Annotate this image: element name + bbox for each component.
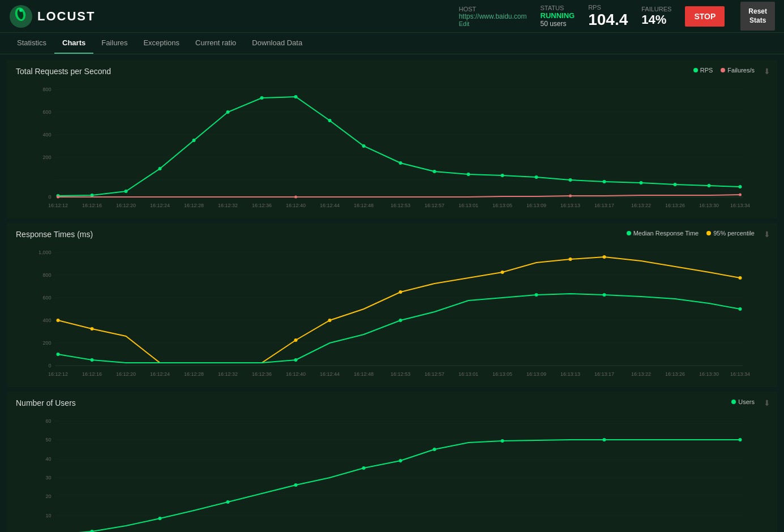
- svg-point-57: [57, 196, 59, 199]
- host-block: HOST https://www.baidu.com Edit: [459, 6, 526, 27]
- users-chart-title: Number of Users: [16, 398, 768, 407]
- svg-text:10: 10: [45, 513, 51, 518]
- svg-point-48: [467, 173, 470, 176]
- nav-statistics[interactable]: Statistics: [9, 33, 54, 54]
- svg-point-45: [362, 144, 366, 148]
- svg-point-98: [399, 290, 402, 294]
- users-download-icon[interactable]: ⬇: [764, 398, 770, 407]
- svg-point-102: [739, 276, 742, 280]
- svg-point-150: [362, 466, 366, 470]
- rps-value: 104.4: [588, 11, 628, 29]
- svg-text:800: 800: [42, 87, 51, 92]
- rps-label: RPS: [588, 4, 628, 11]
- svg-text:16:12:48: 16:12:48: [354, 203, 374, 208]
- svg-point-146: [91, 530, 94, 532]
- svg-text:16:13:01: 16:13:01: [459, 371, 478, 377]
- svg-point-97: [328, 319, 332, 322]
- svg-point-151: [399, 459, 402, 462]
- svg-text:16:13:22: 16:13:22: [631, 371, 651, 377]
- rps-legend-rps: RPS: [693, 67, 713, 74]
- svg-text:20: 20: [45, 494, 51, 499]
- response-legend-median: Median Response Time: [627, 230, 699, 237]
- nav-current-ratio[interactable]: Current ratio: [187, 33, 244, 54]
- svg-text:16:13:17: 16:13:17: [594, 371, 614, 377]
- rps-block: RPS 104.4: [588, 4, 628, 29]
- edit-link[interactable]: Edit: [459, 20, 526, 27]
- svg-point-96: [294, 338, 298, 342]
- svg-point-154: [603, 438, 606, 441]
- rps-download-icon[interactable]: ⬇: [764, 67, 770, 76]
- svg-text:16:13:01: 16:13:01: [459, 203, 478, 208]
- svg-point-95: [91, 327, 94, 331]
- svg-point-55: [708, 184, 711, 187]
- nav-failures[interactable]: Failures: [93, 33, 135, 54]
- svg-point-3: [19, 8, 23, 12]
- svg-text:16:12:53: 16:12:53: [391, 371, 410, 377]
- svg-point-101: [603, 255, 606, 259]
- status-label: STATUS: [541, 5, 575, 11]
- svg-text:16:12:44: 16:12:44: [320, 203, 340, 208]
- svg-text:16:12:12: 16:12:12: [48, 371, 68, 377]
- host-url[interactable]: https://www.baidu.com: [459, 12, 526, 20]
- response-download-icon[interactable]: ⬇: [764, 230, 770, 239]
- svg-text:16:12:53: 16:12:53: [391, 203, 410, 208]
- rps-chart-title: Total Requests per Second: [16, 67, 768, 76]
- svg-point-100: [569, 258, 572, 261]
- svg-text:16:12:32: 16:12:32: [218, 203, 238, 208]
- svg-text:16:12:12: 16:12:12: [48, 203, 68, 208]
- users-chart-legend: Users: [731, 398, 755, 405]
- svg-point-104: [91, 358, 94, 362]
- nav-exceptions[interactable]: Exceptions: [135, 33, 187, 54]
- svg-point-153: [501, 439, 504, 443]
- svg-point-53: [640, 181, 643, 185]
- svg-point-147: [158, 517, 162, 520]
- svg-text:60: 60: [45, 418, 51, 424]
- rps-legend-failures: Failures/s: [721, 67, 755, 74]
- svg-text:16:12:57: 16:12:57: [425, 203, 444, 208]
- logo-text: LOCUST: [37, 9, 95, 24]
- svg-text:16:13:26: 16:13:26: [665, 371, 685, 377]
- svg-text:16:12:24: 16:12:24: [150, 203, 170, 208]
- host-label: HOST: [459, 6, 526, 12]
- svg-text:16:13:09: 16:13:09: [526, 371, 546, 377]
- svg-text:16:13:17: 16:13:17: [594, 203, 614, 208]
- svg-point-152: [433, 448, 436, 451]
- response-chart-svg: 1,000 800 600 400 200 0 16:12:12 16:12:1…: [16, 241, 768, 383]
- svg-text:200: 200: [42, 155, 51, 160]
- svg-point-155: [739, 438, 742, 441]
- svg-point-39: [158, 167, 162, 170]
- nav-charts[interactable]: Charts: [54, 33, 93, 54]
- svg-text:30: 30: [45, 475, 51, 480]
- reset-stats-button[interactable]: Reset Stats: [740, 2, 775, 31]
- svg-text:16:12:20: 16:12:20: [116, 371, 136, 377]
- svg-point-44: [328, 119, 332, 122]
- svg-point-99: [501, 271, 504, 274]
- svg-point-56: [739, 185, 742, 188]
- svg-point-108: [603, 293, 606, 297]
- rps-chart-container: Total Requests per Second RPS Failures/s…: [7, 60, 777, 218]
- svg-point-52: [603, 180, 606, 183]
- svg-point-149: [294, 483, 298, 487]
- svg-point-49: [501, 174, 504, 177]
- svg-point-60: [739, 194, 742, 196]
- svg-point-54: [674, 183, 677, 186]
- svg-text:16:13:34: 16:13:34: [730, 203, 750, 208]
- svg-point-50: [535, 175, 538, 179]
- svg-text:16:13:30: 16:13:30: [699, 203, 719, 208]
- failures-block: FAILURES 14%: [641, 6, 671, 27]
- svg-text:16:13:05: 16:13:05: [492, 371, 512, 377]
- stop-button[interactable]: STOP: [685, 6, 725, 27]
- svg-text:200: 200: [42, 340, 51, 346]
- svg-text:16:13:13: 16:13:13: [560, 371, 580, 377]
- svg-text:16:13:09: 16:13:09: [526, 203, 546, 208]
- response-chart-legend: Median Response Time 95% percentile: [627, 230, 755, 237]
- svg-point-40: [192, 139, 196, 142]
- nav-download-data[interactable]: Download Data: [244, 33, 310, 54]
- svg-point-94: [57, 319, 60, 322]
- svg-text:16:13:13: 16:13:13: [560, 203, 580, 208]
- svg-point-46: [399, 161, 402, 165]
- svg-text:16:13:34: 16:13:34: [730, 371, 750, 377]
- svg-text:16:12:36: 16:12:36: [252, 203, 272, 208]
- svg-point-148: [226, 500, 230, 504]
- svg-point-47: [433, 170, 436, 173]
